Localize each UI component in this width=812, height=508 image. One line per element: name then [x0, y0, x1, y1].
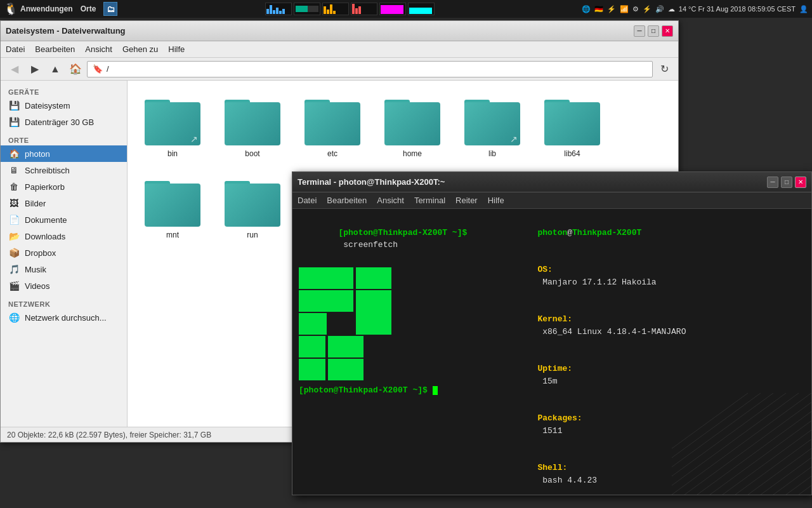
folder-boot[interactable]: boot	[218, 91, 287, 162]
sidebar-label-downloads: Downloads	[25, 232, 65, 241]
term-menu-ansicht[interactable]: Ansicht	[377, 196, 404, 205]
chart-bar	[358, 6, 361, 14]
term-prompt-2: [photon@Thinkpad-X200T ~]$	[299, 385, 428, 395]
sysinfo-user: photon	[537, 228, 567, 237]
folder-boot-icon	[225, 95, 280, 145]
uptime-val: 15m	[537, 377, 557, 386]
term-menu-datei[interactable]: Datei	[298, 196, 317, 205]
packages-label: Packages:	[537, 413, 582, 423]
close-button[interactable]: ✕	[662, 25, 673, 37]
chart-bar	[270, 5, 272, 14]
folder-etc[interactable]: etc	[298, 91, 367, 162]
home-button[interactable]: 🏠	[67, 60, 84, 78]
chart-bar	[333, 11, 336, 14]
art-row-2	[299, 290, 488, 312]
back-button[interactable]: ◀	[6, 60, 23, 78]
art-cutout	[327, 313, 353, 335]
art-row-3	[299, 313, 488, 335]
sysinfo-at: @	[567, 228, 572, 237]
art-block-7	[299, 336, 325, 358]
folder-home[interactable]: home	[377, 91, 447, 162]
term-menu-hilfe[interactable]: Hilfe	[488, 196, 504, 205]
docs-icon: 📄	[8, 214, 20, 225]
sidebar-item-datentraeger[interactable]: 💾 Datenträger 30 GB	[1, 114, 127, 130]
art-block-9	[299, 359, 325, 380]
term-minimize-button[interactable]: ─	[767, 177, 778, 188]
places-menu[interactable]: Orte	[81, 4, 96, 13]
video-icon: 🎬	[8, 280, 20, 291]
minimize-button[interactable]: ─	[634, 25, 645, 37]
sidebar-item-dateisystem[interactable]: 💾 Dateisystem	[1, 97, 127, 114]
sysinfo-shell: Shell: bash 4.4.23	[498, 450, 805, 495]
term-close-button[interactable]: ✕	[795, 177, 806, 188]
top-panel-left: 🐧 Anwendungen Orte 🗂	[4, 2, 117, 16]
mem-bar-bg	[296, 6, 318, 12]
os-label: OS:	[537, 265, 552, 274]
folder-lib64[interactable]: lib64	[537, 91, 607, 162]
sysinfo-packages: Packages: 1511	[498, 400, 805, 450]
menu-bearbeiten[interactable]: Bearbeiten	[35, 44, 75, 54]
sidebar-item-downloads[interactable]: 📂 Downloads	[1, 228, 127, 244]
menu-hilfe[interactable]: Hilfe	[168, 44, 185, 54]
folder-boot-label: boot	[245, 149, 259, 158]
term-maximize-button[interactable]: □	[781, 177, 792, 188]
active-app-icon[interactable]: 🗂	[103, 2, 117, 16]
term-menu-bearbeiten[interactable]: Bearbeiten	[327, 196, 367, 205]
flag-icon: 🇩🇪	[594, 5, 603, 13]
distro-icon: 🐧	[4, 2, 18, 16]
cpu-chart	[265, 3, 292, 15]
folder-arrow-icon: ↗	[190, 134, 198, 144]
art-row-1	[299, 267, 488, 289]
term-menu-reiter[interactable]: Reiter	[455, 196, 478, 205]
sidebar-label-videos: Videos	[25, 281, 50, 291]
sidebar-item-papierkorb[interactable]: 🗑 Papierkorb	[1, 178, 127, 195]
sidebar-item-videos[interactable]: 🎬 Videos	[1, 277, 127, 294]
clock: 14 °C Fr 31 Aug 2018 08:59:05 CEST	[679, 5, 796, 13]
menu-ansicht[interactable]: Ansicht	[85, 44, 112, 54]
fm-sidebar: GERÄTE 💾 Dateisystem 💾 Datenträger 30 GB…	[1, 81, 128, 427]
dropbox-icon: 📦	[8, 247, 20, 258]
home-icon: 🏠	[8, 148, 20, 159]
fm-window-controls: ─ □ ✕	[634, 25, 673, 37]
forward-button[interactable]: ▶	[26, 60, 44, 78]
kernel-label: Kernel:	[537, 314, 572, 324]
devices-section-title: GERÄTE	[1, 86, 127, 97]
sidebar-item-network[interactable]: 🌐 Netzwerk durchsuch...	[1, 309, 127, 326]
chart-bar	[282, 9, 285, 14]
folder-lib[interactable]: ↗ lib	[457, 91, 527, 162]
folder-mnt[interactable]: mnt	[138, 172, 207, 243]
sidebar-item-dokumente[interactable]: 📄 Dokumente	[1, 211, 127, 228]
folder-run[interactable]: run	[218, 172, 287, 243]
sidebar-item-schreibtisch[interactable]: 🖥 Schreibtisch	[1, 162, 127, 178]
app-menu[interactable]: Anwendungen	[20, 4, 73, 13]
sidebar-item-musik[interactable]: 🎵 Musik	[1, 261, 127, 277]
reload-button[interactable]: ↻	[655, 60, 673, 78]
shell-label: Shell:	[537, 463, 567, 472]
term-menu-terminal[interactable]: Terminal	[414, 196, 445, 205]
gear-icon: ⚙	[632, 5, 639, 13]
address-bar[interactable]: 🔖 /	[87, 61, 653, 77]
up-button[interactable]: ▲	[46, 60, 64, 78]
art-block-6	[356, 291, 391, 335]
chart-bar	[273, 10, 275, 14]
sidebar-item-photon[interactable]: 🏠 photon	[1, 145, 127, 162]
art-block-8	[328, 336, 363, 358]
uptime-label: Uptime:	[537, 364, 572, 373]
folder-bin[interactable]: ↗ bin	[138, 91, 207, 162]
sidebar-label-bilder: Bilder	[25, 199, 46, 208]
fm-title: Dateisystem - Dateiverwaltung	[6, 26, 126, 36]
top-panel: 🐧 Anwendungen Orte 🗂	[0, 0, 812, 18]
cursor	[433, 386, 438, 395]
maximize-button[interactable]: □	[648, 25, 659, 37]
sidebar-item-bilder[interactable]: 🖼 Bilder	[1, 195, 127, 211]
music-icon: 🎵	[8, 264, 20, 275]
menu-gehen-zu[interactable]: Gehen zu	[122, 44, 158, 54]
menu-datei[interactable]: Datei	[6, 44, 25, 54]
sysinfo-host: Thinkpad-X200T	[572, 228, 641, 237]
mem-bar-fill	[296, 6, 308, 12]
term-left-panel: [photon@Thinkpad-X200T ~]$ screenfetch	[299, 214, 488, 490]
extra-chart	[408, 3, 435, 15]
os-val: Manjaro 17.1.12 Hakoila	[537, 277, 656, 287]
folder-etc-label: etc	[327, 149, 337, 158]
sidebar-item-dropbox[interactable]: 📦 Dropbox	[1, 244, 127, 261]
